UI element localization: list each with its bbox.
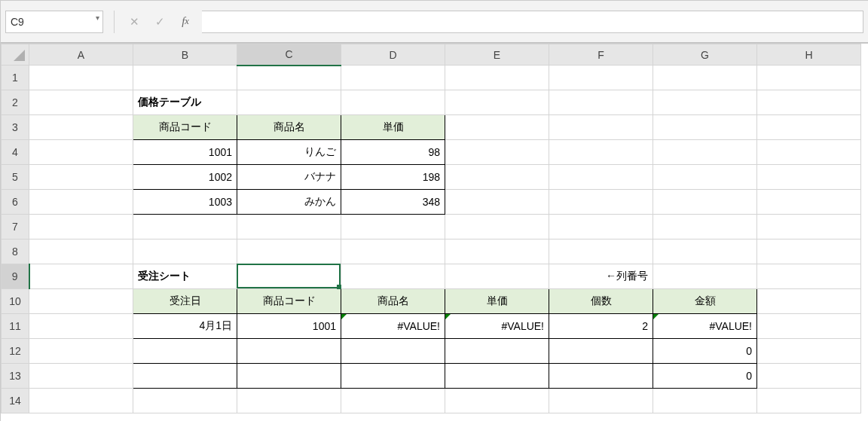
cell-G5[interactable] — [653, 165, 757, 190]
cell-F6[interactable] — [549, 190, 653, 215]
cell-B7[interactable] — [133, 215, 237, 239]
cell-A7[interactable] — [29, 215, 133, 239]
formula-input[interactable] — [202, 11, 863, 33]
cell-G4[interactable] — [653, 140, 757, 165]
row-header-9[interactable]: 9 — [2, 264, 29, 289]
order-row2-code[interactable] — [237, 364, 341, 389]
cell-E1[interactable] — [445, 66, 549, 90]
cell-A8[interactable] — [29, 239, 133, 264]
row-header-3[interactable]: 3 — [2, 115, 29, 140]
cell-A10[interactable] — [29, 289, 133, 314]
order-row2-qty[interactable] — [549, 364, 653, 389]
row-header-13[interactable]: 13 — [2, 364, 29, 389]
cell-E3[interactable] — [445, 115, 549, 140]
order-sheet-title[interactable]: 受注シート — [133, 264, 237, 289]
price-row2-name[interactable]: みかん — [237, 190, 341, 215]
order-row0-date[interactable]: 4月1日 — [133, 314, 237, 339]
cell-F2[interactable] — [549, 90, 653, 115]
column-number-note[interactable]: ←列番号 — [549, 264, 653, 289]
cell-A4[interactable] — [29, 140, 133, 165]
cell-C9[interactable] — [237, 264, 341, 289]
price-row2-price[interactable]: 348 — [341, 190, 445, 215]
cell-H5[interactable] — [757, 165, 861, 190]
col-header-E[interactable]: E — [445, 44, 549, 66]
price-row0-price[interactable]: 98 — [341, 140, 445, 165]
cell-E7[interactable] — [445, 215, 549, 239]
order-row2-price[interactable] — [445, 364, 549, 389]
cell-D7[interactable] — [341, 215, 445, 239]
cell-C1[interactable] — [237, 66, 341, 90]
row-header-6[interactable]: 6 — [2, 190, 29, 215]
cell-D1[interactable] — [341, 66, 445, 90]
cell-H3[interactable] — [757, 115, 861, 140]
order-row2-name[interactable] — [341, 364, 445, 389]
cell-A9[interactable] — [29, 264, 133, 289]
row-header-5[interactable]: 5 — [2, 165, 29, 190]
cell-G14[interactable] — [653, 389, 757, 413]
cell-H12[interactable] — [757, 339, 861, 364]
col-header-C[interactable]: C — [237, 44, 341, 66]
cell-A12[interactable] — [29, 339, 133, 364]
price-table-title[interactable]: 価格テーブル — [133, 90, 237, 115]
order-row0-price[interactable]: #VALUE! — [445, 314, 549, 339]
order-row1-price[interactable] — [445, 339, 549, 364]
cell-F14[interactable] — [549, 389, 653, 413]
cell-H6[interactable] — [757, 190, 861, 215]
cell-F7[interactable] — [549, 215, 653, 239]
cell-A1[interactable] — [29, 66, 133, 90]
cell-G2[interactable] — [653, 90, 757, 115]
cell-B1[interactable] — [133, 66, 237, 90]
cell-E5[interactable] — [445, 165, 549, 190]
cell-F3[interactable] — [549, 115, 653, 140]
cell-B8[interactable] — [133, 239, 237, 264]
order-row2-amount[interactable]: 0 — [653, 364, 757, 389]
name-box[interactable]: C9 ▾ — [5, 11, 103, 33]
cell-F4[interactable] — [549, 140, 653, 165]
price-header-price[interactable]: 単価 — [341, 115, 445, 140]
cell-D8[interactable] — [341, 239, 445, 264]
cell-D2[interactable] — [341, 90, 445, 115]
cell-F8[interactable] — [549, 239, 653, 264]
row-header-2[interactable]: 2 — [2, 90, 29, 115]
cell-D9[interactable] — [341, 264, 445, 289]
order-row2-date[interactable] — [133, 364, 237, 389]
cell-G3[interactable] — [653, 115, 757, 140]
cell-H7[interactable] — [757, 215, 861, 239]
col-header-A[interactable]: A — [29, 44, 133, 66]
cell-C8[interactable] — [237, 239, 341, 264]
cell-G6[interactable] — [653, 190, 757, 215]
cell-H11[interactable] — [757, 314, 861, 339]
cell-C14[interactable] — [237, 389, 341, 413]
order-row1-name[interactable] — [341, 339, 445, 364]
order-header-price[interactable]: 単価 — [445, 289, 549, 314]
order-row0-amount[interactable]: #VALUE! — [653, 314, 757, 339]
cell-E4[interactable] — [445, 140, 549, 165]
cell-G8[interactable] — [653, 239, 757, 264]
row-header-11[interactable]: 11 — [2, 314, 29, 339]
cell-H1[interactable] — [757, 66, 861, 90]
insert-function-button[interactable]: fx — [176, 11, 194, 33]
name-box-dropdown-icon[interactable]: ▾ — [96, 14, 99, 22]
order-row1-date[interactable] — [133, 339, 237, 364]
cell-A13[interactable] — [29, 364, 133, 389]
col-header-G[interactable]: G — [653, 44, 757, 66]
cell-G1[interactable] — [653, 66, 757, 90]
row-header-1[interactable]: 1 — [2, 66, 29, 90]
col-header-H[interactable]: H — [757, 44, 861, 66]
order-row0-name[interactable]: #VALUE! — [341, 314, 445, 339]
price-row2-code[interactable]: 1003 — [133, 190, 237, 215]
cell-C2[interactable] — [237, 90, 341, 115]
row-header-10[interactable]: 10 — [2, 289, 29, 314]
cell-G7[interactable] — [653, 215, 757, 239]
cell-H10[interactable] — [757, 289, 861, 314]
cell-G9[interactable] — [653, 264, 757, 289]
price-row1-price[interactable]: 198 — [341, 165, 445, 190]
order-header-amount[interactable]: 金額 — [653, 289, 757, 314]
cell-E6[interactable] — [445, 190, 549, 215]
price-header-code[interactable]: 商品コード — [133, 115, 237, 140]
cell-F5[interactable] — [549, 165, 653, 190]
cell-E8[interactable] — [445, 239, 549, 264]
cell-F1[interactable] — [549, 66, 653, 90]
col-header-F[interactable]: F — [549, 44, 653, 66]
cell-H2[interactable] — [757, 90, 861, 115]
